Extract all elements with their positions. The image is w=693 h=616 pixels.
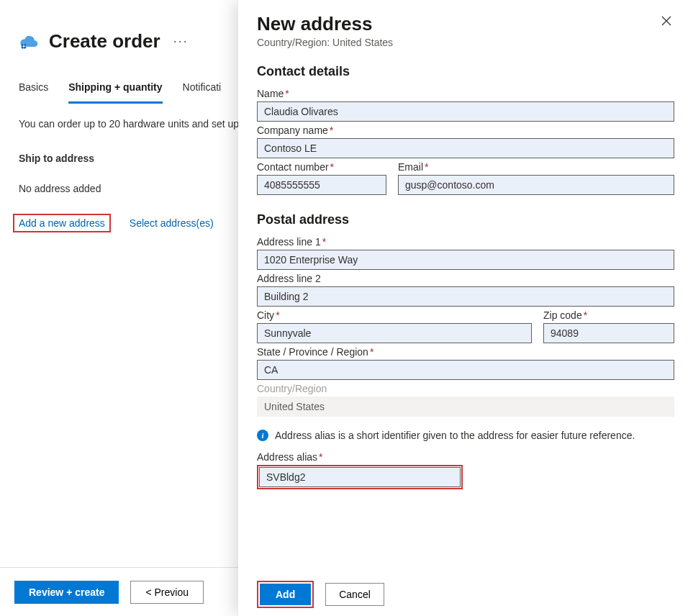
label-country: Country/Region (257, 383, 674, 394)
svg-point-1 (23, 45, 24, 46)
label-contact-number: Contact number* (257, 161, 386, 173)
country-input (257, 397, 674, 417)
label-email: Email* (398, 161, 674, 173)
state-input[interactable] (257, 360, 674, 380)
new-address-panel: New address Country/Region: United State… (238, 0, 693, 616)
email-input[interactable] (398, 175, 674, 195)
city-input[interactable] (257, 323, 532, 343)
address-line1-input[interactable] (257, 250, 674, 270)
name-input[interactable] (257, 101, 674, 122)
company-input[interactable] (257, 138, 674, 158)
info-icon: i (257, 430, 268, 441)
svg-rect-4 (21, 45, 22, 46)
contact-number-input[interactable] (257, 175, 386, 195)
page-title: Create order (49, 30, 160, 53)
label-state: State / Province / Region* (257, 346, 674, 358)
info-row: i Address alias is a short identifier gi… (257, 430, 674, 441)
add-button-highlight: Add (257, 581, 314, 608)
select-addresses-link[interactable]: Select address(es) (130, 217, 214, 229)
label-company: Company name* (257, 124, 674, 136)
info-text: Address alias is a short identifier give… (275, 430, 635, 441)
alias-input[interactable] (259, 467, 461, 487)
close-icon[interactable] (658, 13, 674, 32)
alias-highlight-box (257, 465, 463, 489)
add-button[interactable]: Add (260, 584, 311, 605)
label-address1: Address line 1* (257, 236, 674, 248)
svg-rect-2 (23, 43, 24, 45)
tab-basics[interactable]: Basics (19, 77, 48, 104)
zip-input[interactable] (543, 323, 674, 343)
svg-rect-3 (23, 47, 24, 49)
review-create-button[interactable]: Review + create (14, 581, 119, 604)
section-postal-address: Postal address (257, 212, 674, 227)
cancel-button[interactable]: Cancel (325, 583, 384, 606)
panel-footer: Add Cancel (238, 573, 693, 616)
label-city: City* (257, 309, 532, 321)
address-line2-input[interactable] (257, 286, 674, 307)
tab-shipping-quantity[interactable]: Shipping + quantity (68, 77, 162, 104)
panel-title: New address (257, 13, 393, 35)
label-name: Name* (257, 88, 674, 99)
label-zip: Zip code* (543, 309, 674, 321)
label-alias: Address alias* (257, 451, 463, 463)
label-address2: Address line 2 (257, 273, 674, 284)
panel-subtitle: Country/Region: United States (257, 37, 393, 48)
add-new-address-link[interactable]: Add a new address (13, 214, 111, 232)
section-contact-details: Contact details (257, 64, 674, 79)
panel-header: New address Country/Region: United State… (257, 13, 674, 58)
svg-rect-5 (25, 45, 27, 46)
cloud-icon (19, 33, 39, 50)
previous-button[interactable]: < Previou (130, 581, 204, 604)
more-icon[interactable]: ··· (171, 34, 191, 49)
tab-notifications[interactable]: Notificati (183, 77, 222, 104)
